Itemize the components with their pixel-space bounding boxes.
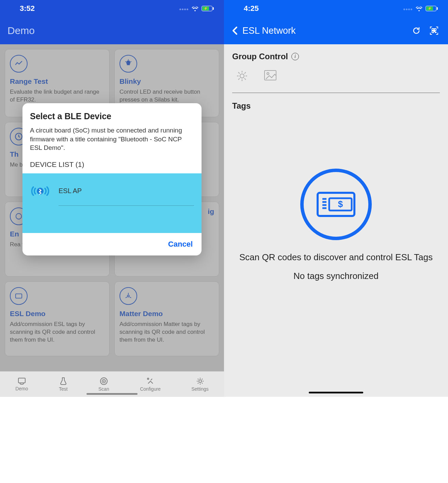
svg-point-17 xyxy=(103,381,104,381)
svg-point-35 xyxy=(267,73,269,75)
tab-demo[interactable]: Demo xyxy=(15,377,28,391)
empty-state: $ Scan QR codes to discover and control … xyxy=(232,111,440,281)
svg-line-30 xyxy=(238,72,240,74)
status-bar-left: 3:52 ⚡ xyxy=(0,0,224,17)
signal-dots-icon xyxy=(179,5,189,12)
device-row[interactable]: ESL AP xyxy=(22,177,202,205)
tab-configure[interactable]: Configure xyxy=(140,377,161,392)
svg-line-33 xyxy=(238,78,240,80)
wifi-icon xyxy=(415,6,423,11)
cancel-button[interactable]: Cancel xyxy=(168,240,193,249)
scan-instruction: Scan QR codes to discover and control ES… xyxy=(239,251,433,263)
svg-point-18 xyxy=(147,378,149,379)
svg-rect-22 xyxy=(432,31,434,33)
svg-rect-21 xyxy=(434,29,436,30)
svg-rect-20 xyxy=(432,29,434,30)
device-name: ESL AP xyxy=(59,187,82,195)
esl-tag-illustration: $ xyxy=(300,169,372,240)
tags-title: Tags xyxy=(232,101,440,111)
svg-line-32 xyxy=(244,72,246,74)
right-phone-esl-network: 4:25 ⚡ ESL Network xyxy=(224,0,448,397)
svg-rect-24 xyxy=(435,32,436,33)
led-brightness-button[interactable] xyxy=(236,69,249,84)
home-indicator xyxy=(86,393,138,395)
battery-charging-icon: ⚡ xyxy=(202,6,214,11)
tab-settings[interactable]: Settings xyxy=(191,377,209,392)
status-bar-right: 4:25 ⚡ xyxy=(224,0,448,17)
tab-label: Scan xyxy=(98,386,109,392)
svg-point-19 xyxy=(199,380,202,383)
device-list-label: DEVICE LIST (1) xyxy=(22,157,202,173)
refresh-button[interactable] xyxy=(411,25,422,36)
bluetooth-broadcast-icon xyxy=(30,184,50,199)
tab-label: Demo xyxy=(15,386,28,391)
ble-select-modal: Select a BLE Device A circuit board (SoC… xyxy=(22,103,202,255)
qr-scan-button[interactable] xyxy=(428,25,440,36)
section-divider xyxy=(232,93,440,93)
right-header: 4:25 ⚡ ESL Network xyxy=(224,0,448,44)
back-button[interactable] xyxy=(227,26,242,35)
tab-label: Test xyxy=(59,386,68,392)
svg-point-25 xyxy=(240,74,244,78)
home-indicator xyxy=(309,392,363,393)
left-header: 3:52 ⚡ Demo xyxy=(0,0,224,44)
tab-label: Settings xyxy=(191,386,209,392)
status-time: 4:25 xyxy=(244,4,259,13)
svg-rect-23 xyxy=(434,31,435,32)
tab-scan[interactable]: Scan xyxy=(98,377,109,392)
signal-dots-icon xyxy=(403,5,413,12)
left-phone-demo: 3:52 ⚡ Demo Range Test xyxy=(0,0,224,397)
status-time: 3:52 xyxy=(20,4,35,13)
page-title: Demo xyxy=(7,25,35,36)
group-control-title: Group Control xyxy=(232,52,288,61)
tab-test[interactable]: Test xyxy=(59,377,68,392)
tab-label: Configure xyxy=(140,386,161,392)
svg-rect-11 xyxy=(18,378,25,383)
image-display-button[interactable] xyxy=(263,69,277,84)
svg-line-31 xyxy=(244,78,246,80)
svg-text:$: $ xyxy=(338,199,343,209)
right-body: Group Control i Tags xyxy=(224,44,448,289)
wifi-icon xyxy=(191,6,199,11)
battery-charging-icon: ⚡ xyxy=(426,6,438,11)
modal-title: Select a BLE Device xyxy=(30,111,194,121)
modal-description: A circuit board (SoC) must be connected … xyxy=(30,126,194,152)
sync-status: No tags synchronized xyxy=(293,271,379,281)
info-icon[interactable]: i xyxy=(291,53,299,60)
nav-title: ESL Network xyxy=(242,26,411,36)
